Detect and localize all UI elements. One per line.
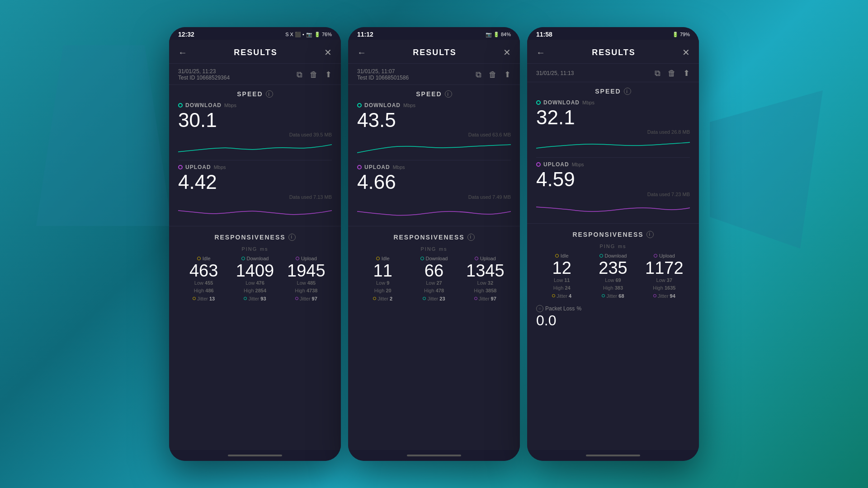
idle-jitter-dot-3	[552, 294, 555, 297]
idle-jitter-dot-1	[193, 297, 196, 300]
upload-value-3: 4.59	[536, 169, 690, 190]
responsiveness-info-3[interactable]: i	[646, 231, 654, 238]
test-date-1: 31/01/25, 11:23	[178, 68, 230, 75]
upload-ping-value-2: 1345	[460, 262, 511, 279]
upload-ping-value-1: 1945	[281, 262, 332, 279]
copy-icon-2[interactable]: ⧉	[476, 70, 481, 80]
test-date-2: 31/01/25, 11:07	[357, 68, 409, 75]
speed-section-2: SPEED i DOWNLOAD Mbps 43.5 Data used 63.…	[348, 85, 520, 226]
close-button-2[interactable]: ✕	[503, 47, 511, 58]
status-icons-3: 🔋 79%	[672, 32, 690, 38]
idle-dot-3	[555, 254, 559, 258]
upload-chart-3	[536, 199, 690, 215]
share-icon-2[interactable]: ⬆	[504, 70, 511, 80]
copy-icon-3[interactable]: ⧉	[655, 69, 660, 78]
download-dot-3	[536, 100, 541, 105]
share-icon-1[interactable]: ⬆	[325, 70, 332, 80]
close-button-3[interactable]: ✕	[682, 47, 690, 58]
speed-info-icon-1[interactable]: i	[266, 90, 273, 98]
idle-jitter-dot-2	[373, 297, 376, 300]
download-chart-1	[178, 139, 332, 155]
copy-icon-1[interactable]: ⧉	[297, 70, 302, 80]
upload-ping-value-3: 1172	[639, 259, 690, 277]
packet-loss-value: 0.0	[536, 312, 690, 329]
back-button-2[interactable]: ←	[357, 47, 366, 58]
test-date-3: 31/01/25, 11:13	[536, 70, 574, 76]
download-low-high-1: Low 476 High 2854	[229, 279, 280, 295]
responsiveness-title-3: RESPONSIVENESS i	[536, 231, 690, 238]
download-ping-dot-3	[599, 254, 603, 258]
responsiveness-section-3: RESPONSIVENESS i PING ms Idle	[527, 227, 699, 302]
responsiveness-info-1[interactable]: i	[288, 234, 296, 241]
ping-cols-3: Idle 12 Low 11 High 24 Jitter 4	[536, 253, 690, 299]
download-ping-dot-1	[241, 257, 245, 260]
download-jitter-dot-2	[423, 297, 426, 300]
speed-info-icon-3[interactable]: i	[624, 88, 631, 95]
upload-label-2: UPLOAD	[364, 164, 390, 170]
ping-cols-2: Idle 11 Low 9 High 20 Jitter 2	[357, 256, 511, 301]
upload-unit-3: Mbps	[572, 162, 584, 167]
status-icons-1: S X ⬛ • 📷 🔋 76%	[285, 32, 332, 38]
delete-icon-3[interactable]: 🗑	[668, 69, 676, 78]
download-dot-1	[178, 103, 183, 108]
back-button-3[interactable]: ←	[536, 47, 545, 58]
upload-jitter-dot-3	[653, 294, 656, 297]
download-data-2: Data used 63.6 MB	[357, 132, 511, 137]
phone-3: 11:58 🔋 79% ← RESULTS ✕ 31/01/25, 11:13	[524, 27, 703, 461]
download-data-1: Data used 39.5 MB	[178, 132, 332, 137]
upload-dot-3	[536, 162, 541, 167]
upload-jitter-3: Jitter 94	[639, 293, 690, 299]
ping-download-1: Download 1409 Low 476 High 2854 Jitter 9…	[229, 256, 280, 301]
download-value-2: 43.5	[357, 109, 511, 131]
close-button-1[interactable]: ✕	[324, 47, 332, 58]
download-label-2: DOWNLOAD	[364, 102, 401, 108]
status-time-1: 12:32	[178, 31, 194, 38]
upload-value-1: 4.42	[178, 171, 332, 193]
upload-jitter-1: Jitter 97	[281, 296, 332, 301]
header-title-3: RESULTS	[592, 48, 636, 57]
phones-container: 12:32 S X ⬛ • 📷 🔋 76% ← RESULTS ✕	[165, 27, 703, 461]
back-button-1[interactable]: ←	[178, 47, 187, 58]
download-unit-2: Mbps	[403, 103, 415, 108]
responsiveness-title-2: RESPONSIVENESS i	[357, 234, 511, 241]
idle-dot-2	[376, 257, 380, 260]
idle-value-1: 463	[178, 262, 229, 279]
download-jitter-3: Jitter 68	[587, 293, 638, 299]
download-ping-value-3: 235	[587, 259, 638, 277]
responsiveness-info-2[interactable]: i	[467, 234, 475, 241]
meta-icons-3: ⧉ 🗑 ⬆	[655, 68, 690, 78]
test-id-2: Test ID 10668501586	[357, 75, 409, 81]
responsiveness-section-2: RESPONSIVENESS i PING ms Idle	[348, 230, 520, 305]
download-chart-2	[357, 139, 511, 155]
download-block-1: DOWNLOAD Mbps 30.1 Data used 39.5 MB	[178, 102, 332, 155]
status-bar-1: 12:32 S X ⬛ • 📷 🔋 76%	[169, 27, 341, 40]
download-dot-2	[357, 103, 362, 108]
home-indicator-3	[527, 450, 699, 461]
download-low-high-3: Low 69 High 383	[587, 277, 638, 292]
upload-ping-dot-2	[475, 257, 478, 260]
meta-icons-1: ⧉ 🗑 ⬆	[297, 70, 332, 80]
phone-1: 12:32 S X ⬛ • 📷 🔋 76% ← RESULTS ✕	[165, 27, 344, 461]
speed-info-icon-2[interactable]: i	[445, 90, 452, 98]
share-icon-3[interactable]: ⬆	[683, 68, 690, 78]
delete-icon-1[interactable]: 🗑	[310, 70, 318, 80]
app-header-2: ← RESULTS ✕	[348, 40, 520, 64]
upload-low-high-2: Low 32 High 3858	[460, 279, 511, 295]
upload-ping-dot-3	[654, 254, 657, 258]
idle-value-2: 11	[357, 262, 408, 279]
delete-icon-2[interactable]: 🗑	[489, 70, 497, 80]
speed-title-1: SPEED i	[178, 90, 332, 98]
status-bar-2: 11:12 📷 🔋 84%	[348, 27, 520, 40]
status-bar-3: 11:58 🔋 79%	[527, 27, 699, 40]
upload-data-2: Data used 7.49 MB	[357, 194, 511, 200]
upload-dot-1	[178, 165, 183, 169]
ping-idle-1: Idle 463 Low 455 High 486 Jitter 13	[178, 256, 229, 301]
upload-unit-2: Mbps	[393, 164, 405, 170]
download-jitter-2: Jitter 23	[408, 296, 459, 301]
download-label-3: DOWNLOAD	[543, 99, 580, 106]
app-header-1: ← RESULTS ✕	[169, 40, 341, 64]
idle-dot-1	[197, 257, 201, 260]
download-jitter-dot-3	[602, 294, 605, 297]
ping-idle-3: Idle 12 Low 11 High 24 Jitter 4	[536, 253, 587, 299]
ping-download-2: Download 66 Low 27 High 478 Jitter 23	[408, 256, 459, 301]
